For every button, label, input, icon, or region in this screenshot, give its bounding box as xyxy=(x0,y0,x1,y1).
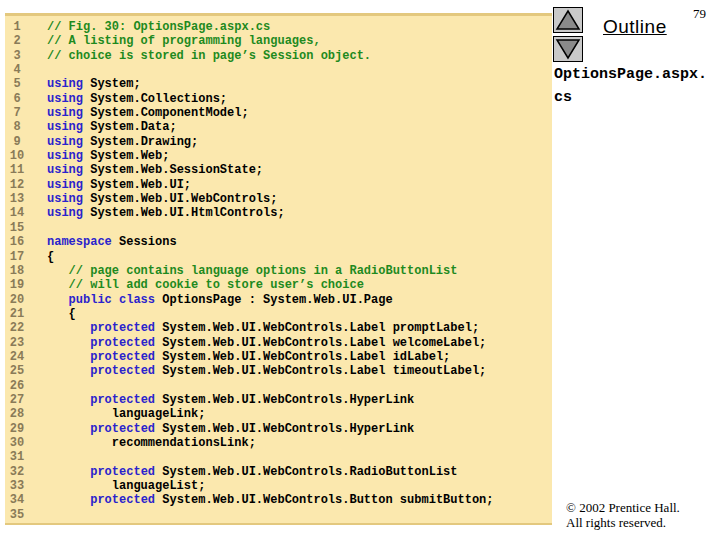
line-number: 27 xyxy=(8,393,26,407)
code-line: 31 xyxy=(8,450,552,464)
code-line: 22 protected System.Web.UI.WebControls.L… xyxy=(8,321,552,335)
line-number: 34 xyxy=(8,493,26,507)
line-number: 32 xyxy=(8,465,26,479)
line-number: 28 xyxy=(8,407,26,421)
line-number: 13 xyxy=(8,192,26,206)
outline-heading[interactable]: Outline xyxy=(603,16,667,38)
slide-nav xyxy=(553,7,583,65)
code-text: Sessions xyxy=(112,235,177,249)
code-text: System.Web.UI.WebControls.Label idLabel; xyxy=(155,350,450,364)
line-number: 9 xyxy=(8,135,26,149)
code-text xyxy=(47,465,90,479)
code-line: 5using System; xyxy=(8,77,552,91)
code-text: { xyxy=(47,250,54,264)
page-number: 79 xyxy=(693,6,706,22)
code-line: 9using System.Drawing; xyxy=(8,135,552,149)
code-line: 18 // page contains language options in … xyxy=(8,264,552,278)
code-text xyxy=(47,336,90,350)
code-keyword: protected xyxy=(90,321,155,335)
code-keyword: protected xyxy=(90,350,155,364)
code-text xyxy=(47,350,90,364)
code-keyword: using xyxy=(47,120,83,134)
code-keyword: using xyxy=(47,149,83,163)
code-line: 15 xyxy=(8,221,552,235)
code-text: { xyxy=(47,307,76,321)
code-line: 8using System.Data; xyxy=(8,120,552,134)
code-text xyxy=(47,293,69,307)
code-line: 2// A listing of programming languages, xyxy=(8,34,552,48)
code-panel: 1// Fig. 30: OptionsPage.aspx.cs2// A li… xyxy=(5,13,552,525)
line-number: 4 xyxy=(8,63,26,77)
line-number: 30 xyxy=(8,436,26,450)
code-line: 34 protected System.Web.UI.WebControls.B… xyxy=(8,493,552,507)
code-text: System.Web.UI.WebControls.HyperLink xyxy=(155,393,414,407)
line-number: 31 xyxy=(8,450,26,464)
code-keyword: protected xyxy=(90,393,155,407)
slide: 1// Fig. 30: OptionsPage.aspx.cs2// A li… xyxy=(0,0,720,540)
copyright-line-1: © 2002 Prentice Hall. xyxy=(566,500,680,515)
line-number: 7 xyxy=(8,106,26,120)
code-line: 12using System.Web.UI; xyxy=(8,178,552,192)
code-text: System.ComponentModel; xyxy=(83,106,249,120)
code-text: System.Data; xyxy=(83,120,177,134)
code-text: System.Web.UI.WebControls.Label promptLa… xyxy=(155,321,479,335)
line-number: 14 xyxy=(8,206,26,220)
line-number: 35 xyxy=(8,508,26,522)
code-keyword: public class xyxy=(69,293,155,307)
code-line: 25 protected System.Web.UI.WebControls.L… xyxy=(8,364,552,378)
code-text xyxy=(47,321,90,335)
line-number: 24 xyxy=(8,350,26,364)
code-line: 29 protected System.Web.UI.WebControls.H… xyxy=(8,422,552,436)
line-number: 22 xyxy=(8,321,26,335)
code-line: 19 // will add cookie to store user’s ch… xyxy=(8,278,552,292)
code-text: System.Collections; xyxy=(83,92,227,106)
code-line: 26 xyxy=(8,379,552,393)
code-line: 17{ xyxy=(8,250,552,264)
line-number: 11 xyxy=(8,163,26,177)
code-comment: // A listing of programming languages, xyxy=(47,34,321,48)
code-line: 32 protected System.Web.UI.WebControls.R… xyxy=(8,465,552,479)
code-text: System.Drawing; xyxy=(83,135,198,149)
code-text: System; xyxy=(83,77,141,91)
code-text: OptionsPage : System.Web.UI.Page xyxy=(155,293,393,307)
code-line: 1// Fig. 30: OptionsPage.aspx.cs xyxy=(8,20,552,34)
code-text: System.Web.UI.WebControls.RadioButtonLis… xyxy=(155,465,457,479)
nav-up-button[interactable] xyxy=(553,7,583,33)
code-keyword: using xyxy=(47,106,83,120)
code-keyword: protected xyxy=(90,422,155,436)
code-line: 24 protected System.Web.UI.WebControls.L… xyxy=(8,350,552,364)
code-line: 27 protected System.Web.UI.WebControls.H… xyxy=(8,393,552,407)
nav-down-button[interactable] xyxy=(553,36,583,62)
line-number: 12 xyxy=(8,178,26,192)
line-number: 19 xyxy=(8,278,26,292)
code-comment: // choice is stored in page’s Session ob… xyxy=(47,49,371,63)
line-number: 6 xyxy=(8,92,26,106)
file-title: OptionsPage.aspx.cs xyxy=(554,63,712,109)
code-text: System.Web.UI.WebControls.Label welcomeL… xyxy=(155,336,486,350)
code-keyword: using xyxy=(47,135,83,149)
line-number: 25 xyxy=(8,364,26,378)
code-text: System.Web.UI.WebControls.Label timeoutL… xyxy=(155,364,486,378)
code-line: 21 { xyxy=(8,307,552,321)
code-keyword: using xyxy=(47,77,83,91)
line-number: 16 xyxy=(8,235,26,249)
code-line: 23 protected System.Web.UI.WebControls.L… xyxy=(8,336,552,350)
copyright: © 2002 Prentice Hall. All rights reserve… xyxy=(566,500,680,530)
code-line: 14using System.Web.UI.HtmlControls; xyxy=(8,206,552,220)
line-number: 21 xyxy=(8,307,26,321)
code-line: 30 recommendationsLink; xyxy=(8,436,552,450)
code-line: 6using System.Collections; xyxy=(8,92,552,106)
code-text: System.Web.UI.WebControls.HyperLink xyxy=(155,422,414,436)
code-text: System.Web.UI; xyxy=(83,178,191,192)
code-keyword: protected xyxy=(90,493,155,507)
line-number: 29 xyxy=(8,422,26,436)
line-number: 23 xyxy=(8,336,26,350)
line-number: 26 xyxy=(8,379,26,393)
code-text xyxy=(47,422,90,436)
code-text: System.Web.UI.HtmlControls; xyxy=(83,206,285,220)
code-line: 13using System.Web.UI.WebControls; xyxy=(8,192,552,206)
code-line: 28 languageLink; xyxy=(8,407,552,421)
code-text: System.Web; xyxy=(83,149,169,163)
code-keyword: protected xyxy=(90,364,155,378)
code-text: languageLink; xyxy=(47,407,205,421)
